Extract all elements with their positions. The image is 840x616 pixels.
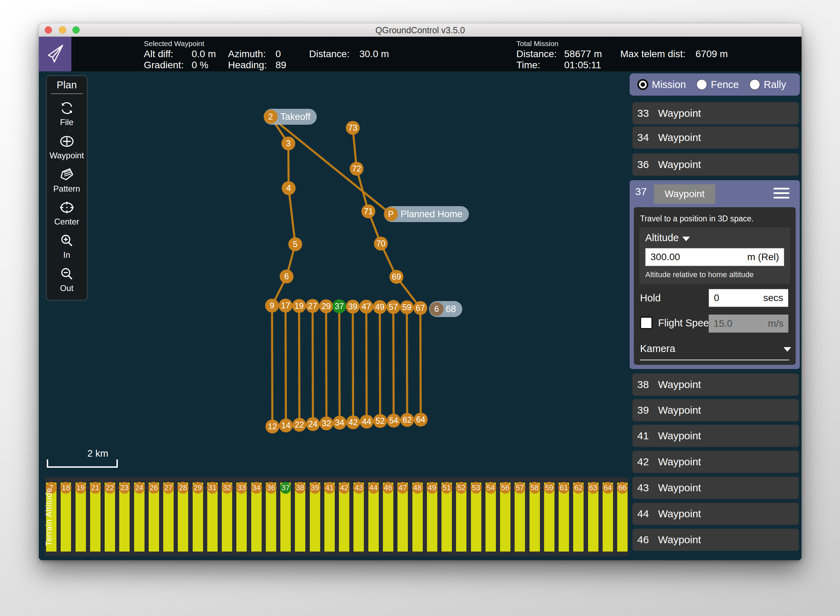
plan-tool-out[interactable]: Out xyxy=(46,263,87,296)
mission-item-row-34[interactable]: 34Waypoint xyxy=(633,126,799,149)
selected-mission-item-card[interactable]: 37 Waypoint Travel to a position in 3D s… xyxy=(630,180,800,369)
hold-input[interactable]: 0 secs xyxy=(709,289,789,307)
item-description: Travel to a position in 3D space. xyxy=(640,214,754,223)
item-sequence: 34 xyxy=(637,126,649,149)
mission-item-row-39[interactable]: 39Waypoint xyxy=(633,399,799,421)
terrain-bar-label-64: 64 xyxy=(602,482,613,494)
terrain-bar-label-29: 29 xyxy=(192,482,203,494)
mode-radio-fence[interactable]: Fence xyxy=(696,79,739,91)
flight-speed-input[interactable]: 15.0 m/s xyxy=(709,315,789,333)
item-name: Waypoint xyxy=(658,154,701,176)
altitude-input[interactable]: 300.00 m (Rel) xyxy=(645,248,784,266)
item-name: Waypoint xyxy=(658,425,701,447)
map-waypoint-57[interactable]: 57 xyxy=(386,300,400,314)
item-menu-icon[interactable] xyxy=(774,188,789,200)
map-waypoint-24[interactable]: 24 xyxy=(306,417,320,431)
map-waypoint-6[interactable]: 6 xyxy=(430,302,443,316)
map-waypoint-39[interactable]: 39 xyxy=(346,300,360,314)
mission-item-row-38[interactable]: 38Waypoint xyxy=(633,374,799,396)
map-waypoint-22[interactable]: 22 xyxy=(292,418,306,432)
map-waypoint-27[interactable]: 27 xyxy=(305,299,320,313)
mission-item-row-41[interactable]: 41Waypoint xyxy=(633,425,799,447)
map-waypoint-62[interactable]: 62 xyxy=(400,413,414,427)
flight-speed-unit: m/s xyxy=(768,315,784,333)
mode-label: Rally xyxy=(764,79,786,91)
map-canvas[interactable]: TakeoffPlanned Home6823456737271P7069917… xyxy=(39,71,802,560)
pattern-icon xyxy=(58,166,76,183)
terrain-bar-label-61: 61 xyxy=(558,482,569,494)
mission-item-row-46[interactable]: 46Waypoint xyxy=(633,529,799,551)
terrain-bar-label-47: 47 xyxy=(397,482,408,494)
sync-icon xyxy=(58,100,76,117)
plan-tool-center[interactable]: Center xyxy=(46,196,87,229)
plan-tool-waypoint[interactable]: Waypoint xyxy=(46,130,87,163)
mission-item-row-33[interactable]: 33Waypoint xyxy=(633,102,799,125)
hold-label: Hold xyxy=(640,292,661,304)
map-waypoint-54[interactable]: 54 xyxy=(387,414,401,428)
mode-radio-rally[interactable]: Rally xyxy=(749,79,786,91)
map-waypoint-4[interactable]: 4 xyxy=(282,181,295,195)
map-waypoint-3[interactable]: 3 xyxy=(281,136,295,150)
map-waypoint-71[interactable]: 71 xyxy=(361,204,375,218)
terrain-bar-label-32: 32 xyxy=(222,482,232,494)
item-sequence: 39 xyxy=(637,399,649,421)
map-waypoint-17[interactable]: 17 xyxy=(279,299,292,312)
item-name: Waypoint xyxy=(658,374,701,396)
terrain-bar-label-26: 26 xyxy=(148,482,159,494)
map-waypoint-70[interactable]: 70 xyxy=(374,237,388,251)
map-waypoint-73[interactable]: 73 xyxy=(346,121,360,135)
map-waypoint-19[interactable]: 19 xyxy=(292,299,306,313)
flight-speed-checkbox[interactable] xyxy=(640,317,652,329)
map-waypoint-32[interactable]: 32 xyxy=(320,417,333,430)
map-waypoint-72[interactable]: 72 xyxy=(350,162,364,176)
map-waypoint-47[interactable]: 47 xyxy=(359,300,373,314)
terrain-bar-label-44: 44 xyxy=(368,482,379,494)
terrain-bar-label-56: 56 xyxy=(500,482,511,494)
map-waypoint-34[interactable]: 34 xyxy=(333,416,347,430)
mission-item-row-44[interactable]: 44Waypoint xyxy=(633,503,799,525)
altitude-mode-dropdown[interactable]: Altitude xyxy=(645,232,690,243)
terrain-bar-label-46: 46 xyxy=(383,482,394,494)
map-waypoint-67[interactable]: 67 xyxy=(413,301,427,315)
map-waypoint-37[interactable]: 37 xyxy=(332,299,346,313)
mission-item-row-43[interactable]: 43Waypoint xyxy=(633,477,799,499)
map-waypoint-2[interactable]: 2 xyxy=(264,110,278,124)
altitude-value: 300.00 xyxy=(651,248,680,266)
terrain-bar-label-31: 31 xyxy=(207,482,218,494)
item-type-button[interactable]: Waypoint xyxy=(654,184,715,204)
mission-item-row-36[interactable]: 36Waypoint xyxy=(633,154,799,176)
item-sequence: 43 xyxy=(637,477,649,499)
map-waypoint-64[interactable]: 64 xyxy=(414,413,427,427)
map-waypoint-49[interactable]: 49 xyxy=(373,300,387,314)
map-waypoint-5[interactable]: 5 xyxy=(288,237,302,251)
camera-expand-chevron-icon[interactable] xyxy=(784,347,791,352)
item-editor-panel: Travel to a position in 3D space. Altitu… xyxy=(634,207,796,365)
plan-mode-bar: MissionFenceRally xyxy=(630,73,800,95)
radio-icon xyxy=(637,79,648,90)
plan-tool-file[interactable]: File xyxy=(46,97,87,130)
terrain-bar-label-36: 36 xyxy=(266,482,276,494)
terrain-bar-label-23: 23 xyxy=(119,482,130,494)
map-waypoint-29[interactable]: 29 xyxy=(319,299,333,313)
mission-item-row-42[interactable]: 42Waypoint xyxy=(633,451,799,473)
map-waypoint-59[interactable]: 59 xyxy=(400,301,414,314)
plan-tool-in[interactable]: In xyxy=(46,229,87,263)
map-waypoint-12[interactable]: 12 xyxy=(266,419,279,433)
map-waypoint-42[interactable]: 42 xyxy=(346,415,360,429)
map-waypoint-52[interactable]: 52 xyxy=(373,414,387,428)
hold-unit: secs xyxy=(763,289,783,307)
plan-tool-pattern[interactable]: Pattern xyxy=(46,163,87,197)
mode-radio-mission[interactable]: Mission xyxy=(637,79,686,91)
map-waypoint-9[interactable]: 9 xyxy=(265,299,279,312)
item-sequence: 33 xyxy=(637,102,649,125)
plan-tool-label: Out xyxy=(60,283,73,293)
terrain-bar-label-19: 19 xyxy=(75,482,86,494)
map-waypoint-14[interactable]: 14 xyxy=(279,418,293,433)
map-waypoint-44[interactable]: 44 xyxy=(360,415,374,428)
map-waypoint-P[interactable]: P xyxy=(384,207,398,221)
add-waypoint-icon xyxy=(58,133,76,150)
map-waypoint-6[interactable]: 6 xyxy=(280,270,294,283)
terrain-bar-label-54: 54 xyxy=(485,482,496,494)
map-scale-bar xyxy=(47,459,118,468)
map-waypoint-69[interactable]: 69 xyxy=(389,270,403,284)
